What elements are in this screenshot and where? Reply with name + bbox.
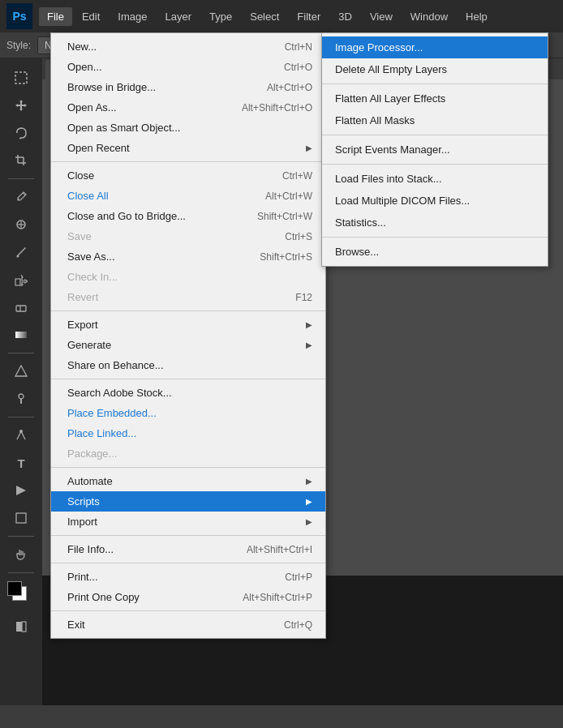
scripts-load-files-stack-label: Load Files into Stack... — [335, 173, 442, 185]
menu-layer[interactable]: Layer — [157, 7, 200, 26]
menu-import[interactable]: Import ▶ — [51, 512, 325, 532]
menu-open-as[interactable]: Open As... Alt+Shift+Ctrl+O — [51, 97, 325, 118]
svg-rect-20 — [16, 513, 26, 523]
gradient-tool-btn[interactable] — [8, 322, 34, 348]
menu-generate[interactable]: Generate ▶ — [51, 335, 325, 355]
scripts-flatten-effects[interactable]: Flatten All Layer Effects — [322, 88, 548, 109]
scripts-flatten-masks-label: Flatten All Masks — [335, 114, 415, 126]
menu-3d[interactable]: 3D — [330, 7, 360, 26]
marquee-tool-btn[interactable] — [8, 65, 34, 91]
menu-file-info[interactable]: File Info... Alt+Shift+Ctrl+I — [51, 539, 325, 559]
sep-6 — [51, 563, 325, 563]
scripts-submenu: Image Processor... Delete All Empty Laye… — [321, 32, 548, 267]
scripts-sep-4 — [322, 237, 548, 238]
svg-rect-0 — [15, 72, 27, 84]
menu-select[interactable]: Select — [242, 7, 287, 26]
eyedropper-tool-btn[interactable] — [8, 184, 34, 210]
blur-tool-btn[interactable] — [8, 358, 34, 384]
menu-close-all[interactable]: Close All Alt+Ctrl+W — [51, 186, 325, 206]
dodge-tool-btn[interactable] — [8, 386, 34, 412]
menu-open-smart-obj[interactable]: Open as Smart Object... — [51, 118, 325, 138]
color-swatches[interactable] — [7, 581, 35, 609]
left-toolbar: T — [0, 58, 42, 705]
svg-rect-12 — [15, 279, 20, 285]
type-tool-btn[interactable]: T — [8, 450, 34, 476]
scripts-event-manager[interactable]: Script Events Manager... — [322, 139, 548, 161]
menu-save-as[interactable]: Save As... Shift+Ctrl+S — [51, 246, 325, 267]
menu-package: Package... — [51, 443, 325, 464]
tool-divider-1 — [8, 178, 34, 179]
svg-rect-15 — [15, 332, 27, 338]
scripts-sep-2 — [322, 135, 548, 135]
sep-4 — [51, 467, 325, 468]
menu-open[interactable]: Open... Ctrl+O — [51, 57, 325, 77]
menu-place-embedded[interactable]: Place Embedded... — [51, 403, 325, 423]
menu-check-in: Check In... — [51, 267, 325, 287]
scripts-delete-empty-layers[interactable]: Delete All Empty Layers — [322, 58, 548, 80]
shape-tool-btn[interactable] — [8, 505, 34, 531]
scripts-browse[interactable]: Browse... — [322, 241, 548, 263]
ps-logo: Ps — [6, 3, 32, 29]
menu-automate[interactable]: Automate ▶ — [51, 471, 325, 491]
scripts-image-processor-label: Image Processor... — [335, 41, 423, 54]
quick-mask-btn[interactable] — [8, 614, 34, 640]
menu-edit[interactable]: Edit — [74, 7, 108, 26]
scripts-load-files-stack[interactable]: Load Files into Stack... — [322, 168, 548, 190]
tool-divider-3 — [8, 417, 34, 418]
sep-1 — [51, 161, 325, 162]
menu-new[interactable]: New... Ctrl+N — [51, 36, 325, 57]
scripts-statistics-label: Statistics... — [335, 216, 386, 229]
menubar: Ps File Edit Image Layer Type Select Fil… — [0, 0, 563, 32]
menu-search-adobe-stock[interactable]: Search Adobe Stock... — [51, 383, 325, 403]
menu-open-recent[interactable]: Open Recent ▶ — [51, 138, 325, 158]
scripts-load-dicom[interactable]: Load Multiple DICOM Files... — [322, 190, 548, 212]
scripts-load-dicom-label: Load Multiple DICOM Files... — [335, 195, 470, 207]
scripts-sep-1 — [322, 84, 548, 84]
menu-window[interactable]: Window — [402, 7, 456, 26]
svg-marker-16 — [15, 366, 27, 376]
menu-share-behance[interactable]: Share on Behance... — [51, 355, 325, 375]
svg-marker-1 — [15, 100, 27, 111]
menu-view[interactable]: View — [362, 7, 401, 26]
scripts-event-manager-label: Script Events Manager... — [335, 143, 450, 156]
menu-file[interactable]: File — [39, 7, 72, 26]
svg-line-2 — [19, 138, 21, 139]
lasso-tool-btn[interactable] — [8, 120, 34, 146]
sep-2 — [51, 310, 325, 311]
scripts-flatten-masks[interactable]: Flatten All Masks — [322, 109, 548, 131]
scripts-image-processor[interactable]: Image Processor... — [322, 36, 548, 58]
move-tool-btn[interactable] — [8, 92, 34, 118]
clone-tool-btn[interactable] — [8, 267, 34, 293]
menu-close-go-bridge[interactable]: Close and Go to Bridge... Shift+Ctrl+W — [51, 206, 325, 226]
svg-point-17 — [19, 394, 24, 399]
crop-tool-btn[interactable] — [8, 148, 34, 173]
scripts-statistics[interactable]: Statistics... — [322, 212, 548, 233]
menu-print-one-copy[interactable]: Print One Copy Alt+Shift+Ctrl+P — [51, 587, 325, 607]
sep-3 — [51, 379, 325, 379]
menu-exit[interactable]: Exit Ctrl+Q — [51, 615, 325, 635]
scripts-browse-label: Browse... — [335, 246, 379, 258]
menu-image[interactable]: Image — [110, 7, 155, 26]
menu-print[interactable]: Print... Ctrl+P — [51, 567, 325, 587]
menu-items: File Edit Image Layer Type Select Filter… — [39, 7, 496, 26]
path-selection-btn[interactable] — [8, 477, 34, 503]
healing-tool-btn[interactable] — [8, 212, 34, 238]
brush-tool-btn[interactable] — [8, 239, 34, 265]
hand-tool-btn[interactable] — [8, 542, 34, 567]
menu-help[interactable]: Help — [458, 7, 496, 26]
menu-scripts[interactable]: Scripts ▶ — [51, 491, 325, 512]
menu-close[interactable]: Close Ctrl+W — [51, 165, 325, 186]
menu-browse-bridge[interactable]: Browse in Bridge... Alt+Ctrl+O — [51, 77, 325, 97]
tool-divider-2 — [8, 353, 34, 353]
menu-type[interactable]: Type — [201, 7, 240, 26]
pen-tool-btn[interactable] — [8, 422, 34, 448]
menu-place-linked[interactable]: Place Linked... — [51, 423, 325, 443]
menu-revert: Revert F12 — [51, 287, 325, 307]
svg-point-7 — [18, 199, 19, 200]
scripts-sep-3 — [322, 164, 548, 165]
menu-filter[interactable]: Filter — [289, 7, 329, 26]
svg-rect-22 — [22, 622, 26, 632]
menu-export[interactable]: Export ▶ — [51, 315, 325, 335]
style-label: Style: — [6, 40, 31, 51]
eraser-tool-btn[interactable] — [8, 294, 34, 320]
